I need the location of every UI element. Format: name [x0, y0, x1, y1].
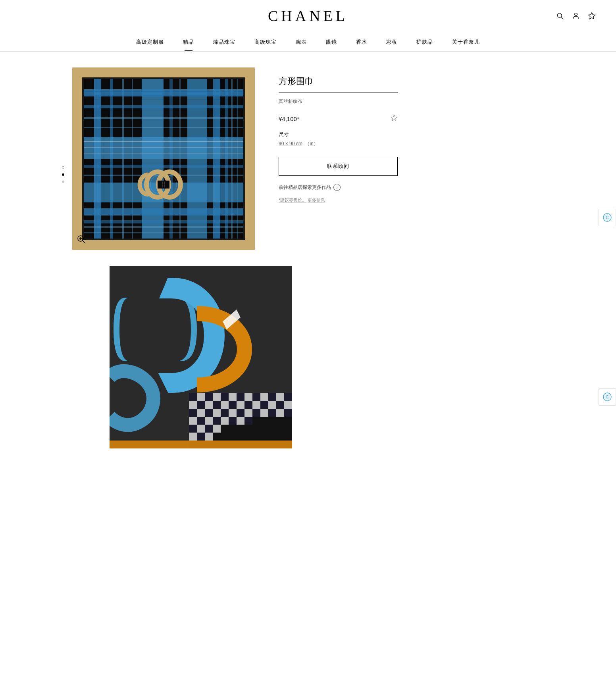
svg-rect-93 [276, 409, 284, 417]
svg-rect-85 [213, 409, 221, 417]
svg-line-1 [561, 17, 563, 19]
product-title: 方形围巾 [279, 75, 398, 87]
search-icon[interactable] [556, 12, 564, 20]
svg-rect-92 [268, 409, 276, 417]
chat-button-1[interactable]: C [599, 209, 616, 226]
svg-rect-108 [197, 433, 205, 441]
title-divider [279, 92, 398, 92]
nav-item-about[interactable]: 关于香奈儿 [452, 38, 480, 51]
nav-item-makeup[interactable]: 彩妆 [386, 38, 397, 51]
svg-rect-109 [205, 433, 213, 441]
svg-rect-72 [213, 401, 221, 409]
svg-text:C: C [606, 215, 608, 220]
svg-rect-27 [82, 220, 245, 223]
svg-rect-57 [197, 393, 205, 401]
svg-rect-31 [82, 147, 245, 148]
svg-rect-29 [82, 232, 245, 233]
svg-rect-20 [82, 117, 245, 119]
svg-line-50 [83, 240, 85, 243]
second-image-section [30, 266, 586, 472]
more-info-link[interactable]: 更多信息 [308, 198, 325, 202]
svg-rect-94 [284, 409, 292, 417]
dot-2[interactable] [62, 173, 64, 176]
chat-button-2[interactable]: C [599, 388, 616, 406]
account-icon[interactable] [572, 12, 580, 20]
dot-3[interactable] [62, 181, 64, 183]
svg-point-2 [575, 13, 578, 16]
svg-rect-19 [82, 105, 245, 108]
svg-rect-36 [243, 77, 245, 240]
svg-rect-63 [244, 393, 252, 401]
svg-rect-65 [260, 393, 268, 401]
svg-rect-28 [82, 226, 245, 228]
wishlist-star-icon[interactable] [391, 114, 398, 123]
svg-rect-74 [229, 401, 237, 409]
svg-rect-98 [213, 417, 221, 425]
svg-rect-101 [237, 417, 244, 425]
svg-rect-97 [205, 417, 213, 425]
svg-rect-26 [82, 208, 245, 215]
size-unit-link[interactable]: in [310, 141, 313, 146]
nav-item-haute-couture[interactable]: 高级定制服 [136, 38, 164, 51]
svg-rect-73 [221, 401, 229, 409]
product-detail-image [110, 266, 292, 448]
svg-rect-91 [260, 409, 268, 417]
svg-rect-59 [213, 393, 221, 401]
svg-rect-56 [189, 393, 197, 401]
nav-item-eyewear[interactable]: 眼镜 [326, 38, 337, 51]
favorites-icon[interactable] [587, 12, 596, 20]
zoom-button[interactable] [77, 235, 86, 245]
svg-rect-79 [268, 401, 276, 409]
svg-rect-68 [284, 393, 292, 401]
svg-rect-103 [189, 425, 197, 433]
svg-rect-30 [82, 141, 245, 142]
svg-rect-66 [268, 393, 276, 401]
svg-rect-80 [276, 401, 284, 409]
size-label: 尺寸 [279, 131, 398, 138]
dot-1[interactable] [62, 166, 64, 169]
svg-rect-89 [244, 409, 252, 417]
product-image-container [72, 67, 255, 250]
svg-rect-107 [189, 433, 197, 441]
nav-item-skincare[interactable]: 护肤品 [416, 38, 433, 51]
svg-rect-104 [197, 425, 205, 433]
product-price: ¥4,100* [279, 115, 299, 122]
nav-item-watches[interactable]: 腕表 [296, 38, 307, 51]
svg-rect-100 [229, 417, 237, 425]
svg-rect-34 [82, 239, 245, 240]
product-material: 真丝斜纹布 [279, 98, 398, 105]
svg-rect-71 [205, 401, 213, 409]
svg-marker-3 [589, 13, 595, 19]
svg-rect-77 [252, 401, 260, 409]
nav-item-fine-jewelry[interactable]: 臻品珠宝 [213, 38, 235, 51]
svg-rect-86 [221, 409, 229, 417]
svg-rect-81 [284, 401, 292, 409]
svg-rect-64 [252, 393, 260, 401]
svg-rect-21 [82, 127, 245, 128]
svg-rect-96 [197, 417, 205, 425]
svg-rect-106 [213, 425, 221, 433]
svg-rect-84 [205, 409, 213, 417]
svg-rect-62 [237, 393, 244, 401]
svg-rect-23 [82, 165, 245, 168]
svg-rect-90 [252, 409, 260, 417]
nav-item-fragrance[interactable]: 香水 [356, 38, 367, 51]
contact-advisor-button[interactable]: 联系顾问 [279, 157, 398, 176]
product-images-section [62, 67, 255, 250]
nav-item-fashion[interactable]: 精品 [183, 38, 194, 51]
header: CHANEL [0, 0, 616, 32]
svg-rect-78 [260, 401, 268, 409]
svg-rect-22 [82, 137, 245, 159]
svg-rect-60 [221, 393, 229, 401]
svg-point-0 [557, 13, 562, 17]
svg-rect-102 [244, 417, 252, 425]
svg-rect-82 [189, 409, 197, 417]
retail-note: *建议零售价。 更多信息 [279, 197, 398, 203]
svg-rect-99 [221, 417, 229, 425]
boutique-arrow-icon[interactable]: › [333, 184, 341, 191]
svg-rect-32 [82, 153, 245, 154]
header-icons [556, 12, 596, 20]
svg-text:C: C [606, 395, 608, 399]
svg-rect-18 [82, 89, 245, 96]
nav-item-high-jewelry[interactable]: 高级珠宝 [254, 38, 277, 51]
